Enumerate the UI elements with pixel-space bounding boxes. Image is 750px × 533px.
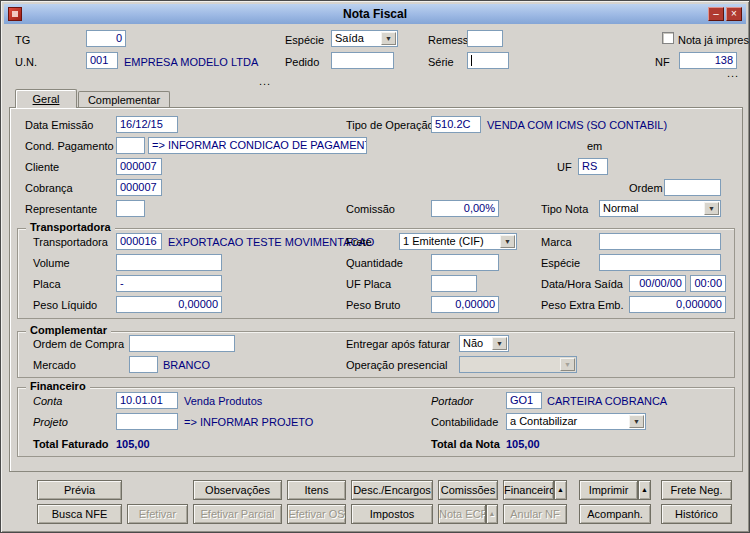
cliente-input[interactable]: 000007 (116, 158, 162, 175)
hora-saida-input[interactable]: 00:00 (690, 275, 726, 292)
especie-select[interactable]: Saída ▼ (331, 30, 398, 47)
tg-input[interactable]: 0 (86, 30, 126, 47)
contabilidade-select[interactable]: a Contabilizar ▼ (506, 413, 646, 430)
financeiro-button[interactable]: Financeiro (503, 480, 554, 500)
mercado-label: Mercado (33, 359, 76, 371)
peso-liquido-input[interactable]: 0,00000 (116, 296, 222, 313)
frete-neg-button[interactable]: Frete Neg. (661, 480, 732, 500)
itens-button[interactable]: Itens (287, 480, 346, 500)
uf-placa-input[interactable] (431, 275, 477, 292)
quantidade-input[interactable] (431, 254, 499, 271)
minimize-button[interactable]: – (708, 7, 724, 21)
window-title: Nota Fiscal (343, 7, 407, 21)
cobranca-input[interactable]: 000007 (116, 179, 162, 196)
especie-emb-input[interactable] (599, 254, 721, 271)
especie-value: Saída (335, 32, 364, 44)
app-icon (8, 7, 22, 21)
desc-encargos-button[interactable]: Desc./Encargos (351, 480, 433, 500)
transportadora-input[interactable]: 000016 (116, 233, 162, 250)
uf-input[interactable]: RS (578, 158, 608, 175)
dropdown-arrow-icon: ▼ (704, 202, 719, 215)
frete-select[interactable]: 1 Emitente (CIF) ▼ (399, 233, 517, 250)
pedido-label: Pedido (285, 56, 319, 68)
serie-input[interactable] (467, 52, 509, 69)
ordem-compra-label: Ordem de Compra (33, 338, 124, 350)
volume-input[interactable] (116, 254, 222, 271)
anular-nf-button: Anular NF (503, 504, 567, 524)
dropdown-arrow-icon: ▼ (500, 235, 515, 248)
nota-ja-impressa-checkbox[interactable] (662, 32, 674, 44)
total-da-nota-label: Total da Nota (431, 438, 500, 450)
pedido-input[interactable] (331, 52, 394, 69)
dropdown-arrow-icon: ▼ (629, 415, 644, 428)
impostos-button[interactable]: Impostos (351, 504, 433, 524)
entregar-apos-faturar-value: Não (463, 337, 483, 349)
previa-button[interactable]: Prévia (37, 480, 122, 500)
comissao-input[interactable]: 0,00% (431, 200, 499, 217)
cobranca-label: Cobrança (25, 182, 73, 194)
marca-input[interactable] (599, 233, 721, 250)
portador-input[interactable]: GO1 (506, 392, 542, 409)
nota-ja-impressa-label: Nota já impressa (678, 34, 750, 46)
header-splitter-ellipsis[interactable]: ... (259, 75, 271, 87)
historico-button[interactable]: Histórico (661, 504, 732, 524)
un-label: U.N. (15, 56, 37, 68)
nota-fiscal-window: Nota Fiscal – × TG 0 Espécie Saída ▼ Rem… (0, 0, 750, 533)
efetivar-os-button: Efetivar OS (287, 504, 346, 524)
transportadora-description: EXPORTACAO TESTE MOVIMENTACAO (168, 236, 374, 248)
comissoes-button[interactable]: Comissões (438, 480, 498, 500)
uf-placa-label: UF Placa (346, 278, 391, 290)
representante-input[interactable] (116, 200, 145, 217)
un-input[interactable]: 001 (86, 52, 118, 69)
data-emissao-input[interactable]: 16/12/15 (116, 116, 178, 133)
tipo-nota-select[interactable]: Normal ▼ (599, 200, 721, 217)
tipo-nota-label: Tipo Nota (541, 203, 588, 215)
especie-label: Espécie (285, 34, 324, 46)
tipo-operacao-input[interactable]: 510.2C (431, 116, 481, 133)
tab-geral[interactable]: Geral (15, 89, 77, 108)
efetivar-button: Efetivar (127, 504, 188, 524)
volume-label: Volume (33, 257, 70, 269)
peso-bruto-input[interactable]: 0,00000 (431, 296, 499, 313)
cond-pagamento-input[interactable] (116, 137, 145, 154)
projeto-label: Projeto (33, 416, 68, 428)
observacoes-button[interactable]: Observações (193, 480, 282, 500)
nota-ecf-expand-arrow-icon: ▲ (486, 504, 498, 524)
projeto-input[interactable] (116, 413, 178, 430)
mercado-input[interactable] (129, 356, 158, 373)
serie-label: Série (428, 56, 454, 68)
busca-nfe-button[interactable]: Busca NFE (37, 504, 122, 524)
financeiro-expand-arrow-icon[interactable]: ▲ (554, 480, 567, 500)
cliente-label: Cliente (25, 161, 59, 173)
data-saida-input[interactable]: 00/00/00 (629, 275, 686, 292)
nf-ellipsis-button[interactable]: ... (727, 67, 739, 79)
remessa-input[interactable] (467, 30, 503, 47)
ordem-compra-input[interactable] (129, 335, 235, 352)
placa-label: Placa (33, 278, 61, 290)
entregar-apos-faturar-label: Entregar após faturar (346, 338, 450, 350)
transportadora-label: Transportadora (33, 236, 108, 248)
tipo-operacao-description: VENDA COM ICMS (SO CONTABIL) (487, 119, 667, 131)
imprimir-button[interactable]: Imprimir (579, 480, 638, 500)
peso-extra-input[interactable]: 0,000000 (629, 296, 726, 313)
operacao-presencial-label: Operação presencial (346, 359, 448, 371)
entregar-apos-faturar-select[interactable]: Não ▼ (459, 335, 509, 352)
tab-complementar[interactable]: Complementar (78, 91, 170, 107)
total-faturado-label: Total Faturado (33, 438, 109, 450)
quantidade-label: Quantidade (346, 257, 403, 269)
cond-pagamento-description-box: => INFORMAR CONDICAO DE PAGAMENTO (148, 137, 367, 154)
conta-description: Venda Produtos (184, 395, 262, 407)
text-caret (471, 55, 472, 66)
acompanh-button[interactable]: Acompanh. (579, 504, 651, 524)
ordem-input[interactable] (664, 179, 721, 196)
conta-input[interactable]: 10.01.01 (116, 392, 178, 409)
em-label: em (587, 140, 602, 152)
contabilidade-value: a Contabilizar (510, 415, 577, 427)
ordem-label: Ordem (629, 182, 663, 194)
imprimir-expand-arrow-icon[interactable]: ▲ (638, 480, 651, 500)
placa-input[interactable]: - (116, 275, 222, 292)
conta-label: Conta (33, 395, 62, 407)
total-faturado-value: 105,00 (116, 438, 150, 450)
close-button[interactable]: × (726, 7, 742, 21)
tipo-nota-value: Normal (603, 202, 638, 214)
